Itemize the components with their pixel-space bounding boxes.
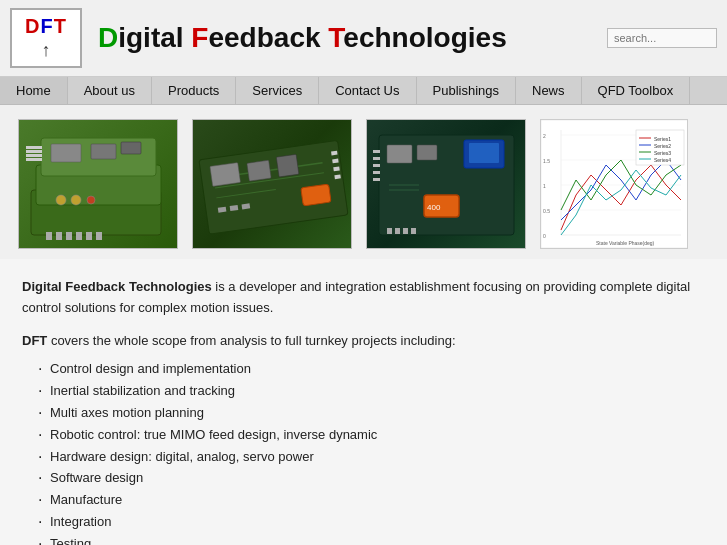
svg-rect-47 [373, 164, 380, 167]
nav-services[interactable]: Services [236, 77, 319, 104]
svg-rect-45 [373, 150, 380, 153]
title-eedback: eedback [208, 22, 328, 53]
svg-text:400: 400 [427, 203, 441, 212]
logo-dft: DFT [25, 15, 67, 38]
svg-rect-11 [56, 232, 62, 240]
list-item: Robotic control: true MIMO feed design, … [38, 425, 705, 446]
svg-rect-33 [334, 174, 340, 179]
svg-rect-42 [395, 228, 400, 234]
svg-text:1: 1 [543, 183, 546, 189]
svg-rect-12 [66, 232, 72, 240]
list-item: Control design and implementation [38, 359, 705, 380]
svg-rect-36 [469, 143, 499, 163]
title-t: T [328, 22, 343, 53]
list-item: Hardware design: digital, analog, servo … [38, 447, 705, 468]
svg-rect-13 [76, 232, 82, 240]
title-d: D [98, 22, 118, 53]
svg-rect-24 [246, 160, 270, 181]
svg-text:2: 2 [543, 133, 546, 139]
svg-rect-43 [403, 228, 408, 234]
list-item: Software design [38, 468, 705, 489]
svg-rect-30 [331, 151, 337, 156]
product-image-3: 400 [366, 119, 526, 249]
nav-publishings[interactable]: Publishings [417, 77, 517, 104]
logo-box: DFT ↑ [10, 8, 82, 68]
svg-text:1.5: 1.5 [543, 158, 550, 164]
svg-rect-6 [26, 146, 42, 149]
svg-rect-31 [332, 159, 338, 164]
svg-rect-3 [51, 144, 81, 162]
nav-about[interactable]: About us [68, 77, 152, 104]
navbar: Home About us Products Services Contact … [0, 77, 727, 105]
svg-rect-48 [373, 171, 380, 174]
svg-text:0: 0 [543, 233, 546, 239]
scope-rest: covers the whole scope from analysis to … [47, 333, 455, 348]
title-f: F [191, 22, 208, 53]
nav-home[interactable]: Home [0, 77, 68, 104]
content-area: Digital Feedback Technologies is a devel… [0, 259, 727, 545]
svg-rect-15 [96, 232, 102, 240]
svg-rect-32 [333, 166, 339, 171]
svg-rect-8 [26, 154, 42, 157]
svg-rect-7 [26, 150, 42, 153]
product-image-1 [18, 119, 178, 249]
nav-contact[interactable]: Contact Us [319, 77, 416, 104]
svg-text:0.5: 0.5 [543, 208, 550, 214]
list-item: Integration [38, 512, 705, 533]
list-item: Manufacture [38, 490, 705, 511]
site-title: Digital Feedback Technologies [98, 22, 591, 54]
svg-rect-44 [411, 228, 416, 234]
svg-rect-40 [417, 145, 437, 160]
logo-d: D [25, 15, 40, 37]
svg-point-16 [56, 195, 66, 205]
nav-qfd[interactable]: QFD Toolbox [582, 77, 691, 104]
svg-rect-23 [209, 163, 240, 187]
svg-text:Series3: Series3 [654, 150, 671, 156]
search-input[interactable] [607, 28, 717, 48]
svg-rect-9 [26, 158, 42, 161]
header: DFT ↑ Digital Feedback Technologies [0, 0, 727, 77]
svg-text:Series2: Series2 [654, 143, 671, 149]
nav-news[interactable]: News [516, 77, 582, 104]
svg-rect-39 [387, 145, 412, 163]
svg-rect-14 [86, 232, 92, 240]
list-item: Inertial stabilization and tracking [38, 381, 705, 402]
scope-bold: DFT [22, 333, 47, 348]
chart-svg: 0 0.5 1 1.5 2 Series1 Series2 [541, 120, 687, 248]
svg-rect-10 [46, 232, 52, 240]
nav-products[interactable]: Products [152, 77, 236, 104]
product-chart: 0 0.5 1 1.5 2 Series1 Series2 [540, 119, 688, 249]
svg-rect-41 [387, 228, 392, 234]
svg-rect-5 [121, 142, 141, 154]
list-item: Testing [38, 534, 705, 545]
main: 400 [0, 105, 727, 545]
svg-rect-4 [91, 144, 116, 159]
svg-text:Series1: Series1 [654, 136, 671, 142]
svg-rect-25 [276, 154, 299, 177]
svg-rect-49 [373, 178, 380, 181]
svg-point-17 [71, 195, 81, 205]
search-area [607, 28, 717, 48]
images-row: 400 [0, 105, 727, 259]
svg-text:Series4: Series4 [654, 157, 671, 163]
svg-rect-26 [300, 184, 330, 206]
title-echnologies: echnologies [343, 22, 506, 53]
intro-bold: Digital Feedback Technologies [22, 279, 212, 294]
svg-point-18 [87, 196, 95, 204]
logo-f: F [41, 15, 54, 37]
product-image-2 [192, 119, 352, 249]
title-igital: igital [118, 22, 191, 53]
logo-t: T [54, 15, 67, 37]
list-item: Multi axes motion planning [38, 403, 705, 424]
dft-scope: DFT covers the whole scope from analysis… [22, 331, 705, 352]
svg-rect-46 [373, 157, 380, 160]
bullet-list: Control design and implementationInertia… [22, 359, 705, 545]
intro-text: Digital Feedback Technologies is a devel… [22, 277, 705, 319]
logo-arrow: ↑ [42, 40, 51, 61]
svg-text:State Variable Phase(deg): State Variable Phase(deg) [596, 240, 655, 246]
